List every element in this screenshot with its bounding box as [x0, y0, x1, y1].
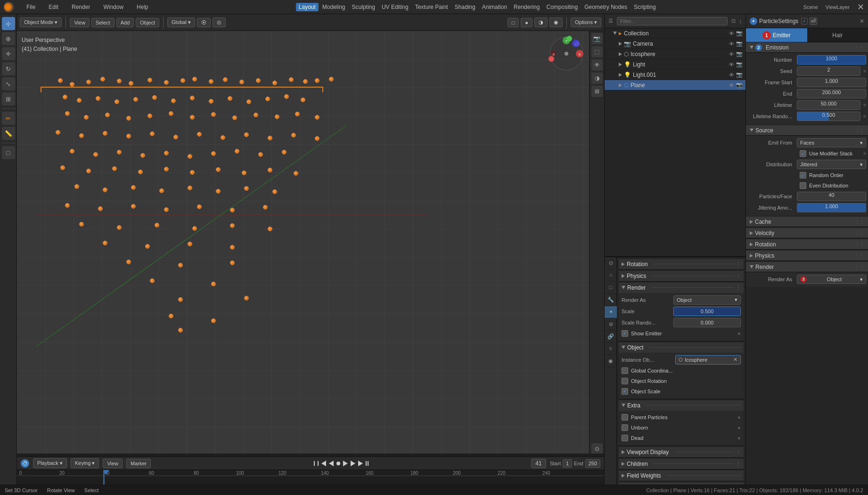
distribution-dropdown[interactable]: Jittered ▾ — [797, 160, 866, 169]
lifetime-random-input[interactable]: 0.500 — [797, 112, 860, 121]
render-section-header[interactable]: Render ⋮ — [619, 283, 744, 293]
viewport-shading-rendered[interactable]: ◉ — [549, 17, 563, 27]
section-menu[interactable]: ⋮⋮ — [855, 128, 864, 133]
dead-cb[interactable] — [622, 435, 628, 441]
section-menu[interactable]: ⋮⋮ — [855, 242, 864, 247]
3d-viewport[interactable]: User Perspective (41) Collection | Plane… — [17, 31, 604, 456]
outliner-item-light001[interactable]: 💡 Light.001 👁 📷 — [605, 70, 745, 80]
keying-menu[interactable]: Keying ▾ — [71, 458, 99, 468]
props-tab-particles[interactable]: ✦ — [605, 306, 617, 318]
seed-input[interactable]: 2 — [797, 66, 860, 76]
outliner-filter-icon[interactable]: ⊡ — [731, 18, 736, 24]
outliner-item-light[interactable]: 💡 Light 👁 📷 — [605, 59, 745, 70]
outliner-item-collection[interactable]: ▸ Collection 👁 📷 — [605, 28, 745, 39]
frame-start-input[interactable]: 1.000 — [797, 78, 866, 87]
section-options[interactable]: ⋮ — [736, 461, 741, 466]
instance-obj-input[interactable]: ⬡ Icosphere ✕ — [675, 355, 741, 365]
menu-file[interactable]: File — [24, 3, 38, 11]
jump-start-btn[interactable] — [314, 461, 319, 466]
props-tab-object[interactable]: □ — [605, 282, 617, 294]
eye-icon[interactable]: 👁 — [729, 82, 734, 88]
proportional-edit[interactable]: ◎ — [213, 17, 226, 27]
unborn-cb[interactable] — [622, 424, 628, 431]
prev-keyframe-btn[interactable] — [321, 461, 326, 466]
clear-icon[interactable]: ✕ — [733, 357, 737, 363]
play-pause-btn[interactable] — [336, 462, 340, 465]
render-as-dropdown[interactable]: Object▾ — [673, 295, 741, 305]
particles-face-input[interactable]: 40 — [797, 192, 866, 201]
random-order-cb[interactable] — [800, 172, 806, 179]
particle-link-btn[interactable]: ⏎ — [810, 17, 817, 25]
props-tab-constraints[interactable]: 🔗 — [605, 331, 617, 343]
viewport-shading-material[interactable]: ◑ — [534, 17, 548, 27]
menu-edit[interactable]: Edit — [46, 3, 61, 11]
render-icon[interactable]: 📷 — [736, 30, 743, 36]
even-dist-cb[interactable] — [800, 182, 806, 189]
eye-icon[interactable]: 👁 — [729, 72, 734, 78]
section-options[interactable]: ⋮ — [736, 273, 741, 278]
workspace-geometry-nodes[interactable]: Geometry Nodes — [581, 3, 630, 11]
rotation-header[interactable]: Rotation ⋮⋮ — [746, 239, 868, 250]
render-preview-tool[interactable]: ◑ — [591, 73, 603, 84]
show-hide-tool[interactable]: 👁 — [591, 59, 603, 71]
section-menu[interactable]: ⋮⋮ — [855, 219, 864, 224]
outliner-search[interactable] — [617, 17, 728, 25]
workspace-rendering[interactable]: Rendering — [511, 3, 542, 11]
outliner-sort-icon[interactable]: ↕ — [739, 18, 742, 24]
render-as-dropdown-p[interactable]: 3 Object ▾ — [797, 275, 866, 284]
object-menu[interactable]: Object — [136, 18, 159, 27]
workspace-scripting[interactable]: Scripting — [631, 3, 659, 11]
eye-icon[interactable]: 👁 — [729, 51, 734, 57]
object-section-header[interactable]: Object — [619, 342, 744, 353]
scale-input[interactable]: 0.500 — [673, 307, 741, 316]
props-tab-world[interactable]: ○ — [605, 269, 617, 282]
scale-random-input[interactable]: 0.000 — [673, 318, 741, 327]
outliner-item-camera[interactable]: 📷 Camera 👁 📷 — [605, 39, 745, 49]
viewport-shading-wire[interactable]: □ — [508, 18, 519, 27]
workspace-sculpting[interactable]: Sculpting — [349, 3, 378, 11]
section-menu[interactable]: ⋮⋮ — [855, 264, 864, 269]
props-tab-physics[interactable]: ⊘ — [605, 318, 617, 331]
cursor-tool[interactable]: ⊕ — [2, 32, 15, 45]
annotate-tool[interactable]: ✏ — [2, 112, 15, 125]
add-cube-tool[interactable]: □ — [2, 146, 15, 159]
viewport-shading-solid[interactable]: ● — [521, 18, 532, 27]
show-emitter-checkbox[interactable] — [622, 330, 628, 337]
marker-menu[interactable]: Marker — [126, 459, 151, 468]
current-frame-display[interactable]: 41 — [531, 459, 546, 468]
eye-icon[interactable]: 👁 — [729, 31, 734, 36]
step-fwd-btn[interactable] — [343, 461, 348, 466]
step-back-btn[interactable] — [329, 461, 334, 466]
workspace-compositing[interactable]: Compositing — [543, 3, 581, 11]
menu-render[interactable]: Render — [69, 3, 93, 11]
options-menu[interactable]: Options ▾ — [571, 17, 601, 27]
navigation-gizmo[interactable]: X -X Y Z — [548, 35, 585, 73]
perspective-tool[interactable]: ⬚ — [591, 46, 603, 57]
physics-section-header[interactable]: Physics ⋮ — [619, 271, 744, 281]
render-icon[interactable]: 📷 — [736, 72, 743, 78]
eye-icon[interactable]: 👁 — [729, 62, 734, 67]
render-icon[interactable]: 📷 — [736, 82, 743, 88]
eye-icon[interactable]: 👁 — [729, 41, 734, 47]
transform-tool[interactable]: ⊞ — [2, 92, 15, 105]
rotate-tool[interactable]: ↻ — [2, 62, 15, 75]
workspace-modeling[interactable]: Modeling — [319, 3, 348, 11]
emit-from-dropdown[interactable]: Faces ▾ — [797, 138, 866, 147]
select-tool[interactable]: ⊹ — [2, 17, 15, 30]
camera-view-tool[interactable]: 📷 — [591, 33, 603, 44]
render-header-particle[interactable]: Render ⋮⋮ — [746, 262, 868, 272]
snap-gizmo[interactable]: ⊙ — [591, 443, 603, 454]
section-options[interactable]: ⋮ — [736, 449, 741, 454]
props-tab-modifiers[interactable]: 🔧 — [605, 294, 617, 306]
viewport-display-header[interactable]: Viewport Display ⋮ — [619, 447, 744, 457]
viewport-overlay-tool[interactable]: ⊞ — [591, 86, 603, 97]
viewport-scrollbar-h[interactable] — [17, 454, 604, 456]
scale-tool[interactable]: ⤡ — [2, 77, 15, 90]
modifier-stack-cb[interactable] — [800, 150, 806, 157]
parent-particles-cb[interactable] — [622, 414, 628, 421]
workspace-shading[interactable]: Shading — [452, 3, 478, 11]
jittering-input[interactable]: 1.000 — [797, 203, 866, 212]
object-scale-cb[interactable] — [622, 388, 628, 395]
rotation-section-header[interactable]: Rotation ⋮ — [619, 259, 744, 269]
start-frame-input[interactable]: 1 — [563, 459, 572, 468]
